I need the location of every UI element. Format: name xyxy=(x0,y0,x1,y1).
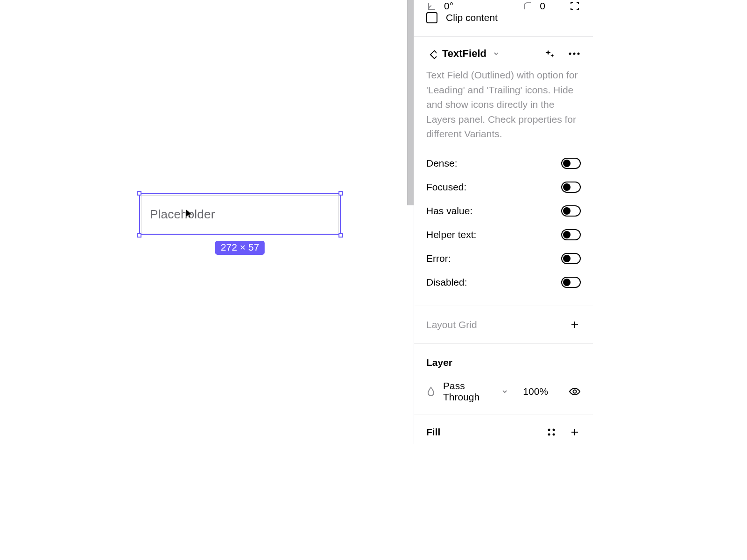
svg-point-2 xyxy=(573,53,576,55)
fill-section: Fill FFFFFF xyxy=(414,414,593,445)
selection-outline: Placeholder xyxy=(139,193,341,235)
variant-disabled: Disabled: xyxy=(426,271,581,294)
component-icon xyxy=(426,49,437,59)
svg-point-7 xyxy=(548,433,550,435)
layer-title: Layer xyxy=(426,357,452,368)
chevron-down-icon[interactable] xyxy=(501,387,508,396)
variant-label: Error: xyxy=(426,253,451,264)
svg-rect-0 xyxy=(430,51,437,59)
rotation-field[interactable]: 0° xyxy=(426,0,453,12)
corner-radius-icon xyxy=(522,0,533,12)
component-more-button[interactable] xyxy=(568,47,581,60)
svg-point-3 xyxy=(578,53,580,55)
component-header: TextField xyxy=(414,37,593,68)
add-layout-grid-button[interactable] xyxy=(569,319,581,331)
layout-grid-section: Layout Grid xyxy=(414,306,593,344)
variant-has-value: Has value: xyxy=(426,199,581,223)
variant-focused: Focused: xyxy=(426,175,581,199)
component-sparkle-button[interactable] xyxy=(543,47,557,60)
fill-title: Fill xyxy=(426,427,440,438)
toggle-error[interactable] xyxy=(561,253,581,264)
variant-label: Dense: xyxy=(426,158,458,169)
chevron-down-icon[interactable] xyxy=(492,49,500,58)
selected-element[interactable]: Placeholder 272 × 57 xyxy=(139,193,341,235)
inspector-panel: 0° 0 Clip content TextField xyxy=(414,0,593,444)
corner-radius-value: 0 xyxy=(540,0,545,12)
textfield-component[interactable]: Placeholder xyxy=(141,195,339,233)
toggle-dense[interactable] xyxy=(561,158,581,169)
corner-radius-field[interactable]: 0 xyxy=(522,0,545,12)
svg-point-6 xyxy=(553,428,555,431)
variant-label: Helper text: xyxy=(426,229,476,240)
variant-label: Has value: xyxy=(426,205,472,217)
fill-styles-button[interactable] xyxy=(545,426,557,438)
svg-point-4 xyxy=(573,390,577,393)
resize-handle-se[interactable] xyxy=(338,233,343,238)
variant-list: Dense: Focused: Has value: Helper text: … xyxy=(414,152,593,306)
component-section: TextField Text Field (Outlined) with opt… xyxy=(414,37,593,306)
variant-label: Focused: xyxy=(426,182,466,193)
placeholder-text: Placeholder xyxy=(150,207,215,222)
resize-handle-ne[interactable] xyxy=(338,191,343,196)
layout-grid-title: Layout Grid xyxy=(426,319,477,330)
toggle-disabled[interactable] xyxy=(561,277,581,288)
layer-section: Layer Pass Through 100% xyxy=(414,344,593,414)
toggle-focused[interactable] xyxy=(561,182,581,193)
canvas[interactable]: Placeholder 272 × 57 xyxy=(0,0,414,444)
clip-content-row[interactable]: Clip content xyxy=(414,12,593,37)
svg-point-1 xyxy=(569,53,571,55)
blend-mode-value[interactable]: Pass Through xyxy=(443,380,493,403)
variant-dense: Dense: xyxy=(426,152,581,175)
toggle-has-value[interactable] xyxy=(561,205,581,217)
clip-content-checkbox[interactable] xyxy=(426,12,437,23)
variant-label: Disabled: xyxy=(426,277,467,288)
dimensions-badge: 272 × 57 xyxy=(215,241,265,255)
add-fill-button[interactable] xyxy=(569,426,581,438)
clip-content-label: Clip content xyxy=(446,12,498,23)
layer-opacity-value[interactable]: 100% xyxy=(523,386,548,397)
component-name[interactable]: TextField xyxy=(442,48,486,60)
canvas-scrollbar[interactable] xyxy=(407,0,414,205)
svg-point-5 xyxy=(548,428,550,431)
variant-error: Error: xyxy=(426,247,581,271)
blend-mode-icon xyxy=(426,386,436,397)
toggle-helper-text[interactable] xyxy=(561,229,581,240)
visibility-toggle[interactable] xyxy=(569,385,581,398)
angle-icon xyxy=(426,0,437,12)
independent-corners-button[interactable] xyxy=(569,0,581,12)
variant-helper-text: Helper text: xyxy=(426,223,581,247)
resize-handle-sw[interactable] xyxy=(137,233,141,238)
svg-point-8 xyxy=(553,433,555,435)
component-description: Text Field (Outlined) with option for 'L… xyxy=(414,68,593,152)
transform-row: 0° 0 xyxy=(414,0,593,12)
resize-handle-nw[interactable] xyxy=(137,191,141,196)
rotation-value: 0° xyxy=(444,0,453,12)
